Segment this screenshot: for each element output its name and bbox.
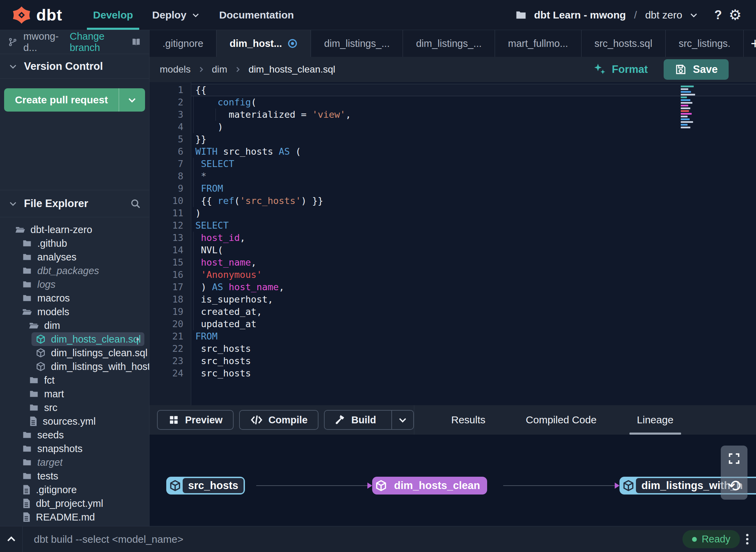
editor-tab[interactable]: dim_listings_...: [403, 30, 495, 57]
dbt-logo[interactable]: dbt: [12, 5, 62, 25]
tree-item[interactable]: dbt-learn-zero: [0, 223, 149, 236]
tree-item[interactable]: .github: [0, 236, 149, 250]
editor-tab[interactable]: src_listings.: [666, 30, 744, 57]
build-button[interactable]: Build: [324, 410, 414, 430]
tree-item-label: snapshots: [37, 443, 82, 454]
tree-item[interactable]: analyses: [0, 250, 149, 264]
code-line[interactable]: NVL(: [191, 244, 756, 256]
chevron-down-icon[interactable]: [689, 10, 699, 20]
tree-item[interactable]: mart: [0, 387, 149, 401]
code-line[interactable]: src_hosts: [191, 343, 756, 355]
editor-tab[interactable]: dim_host...: [217, 30, 311, 57]
code-area[interactable]: {{ config( materialized = 'view', )}}WIT…: [191, 82, 756, 405]
minimap[interactable]: [681, 86, 700, 129]
tree-item[interactable]: tests: [0, 469, 149, 483]
format-button[interactable]: Format: [593, 63, 648, 76]
breadcrumb-item[interactable]: models: [160, 64, 191, 75]
tree-item[interactable]: dbt_packages: [0, 264, 149, 278]
command-input[interactable]: dbt build --select <model_name>: [23, 534, 682, 545]
tree-item[interactable]: fct: [0, 373, 149, 387]
fullscreen-icon[interactable]: [727, 452, 741, 465]
nav-item-develop[interactable]: Develop: [83, 0, 143, 30]
change-branch-link[interactable]: Change branch: [70, 31, 125, 53]
settings-gear-icon[interactable]: ⚙: [729, 8, 742, 22]
tree-item[interactable]: README.md: [0, 510, 149, 524]
line-number: 21: [149, 330, 191, 343]
tree-item[interactable]: dim_hosts_clean.sql: [31, 332, 144, 346]
line-number: 18: [149, 293, 191, 306]
docs-book-icon[interactable]: [131, 36, 141, 48]
nav-item-deploy[interactable]: Deploy: [143, 0, 210, 30]
help-icon[interactable]: ?: [714, 8, 722, 22]
tree-item[interactable]: dim_listings_with_hosts...: [0, 360, 149, 373]
code-line[interactable]: host_name,: [191, 256, 756, 269]
code-line[interactable]: FROM: [191, 330, 756, 343]
model-icon: [36, 361, 46, 372]
code-line[interactable]: }}: [191, 133, 756, 145]
code-line[interactable]: FROM: [191, 182, 756, 195]
code-line[interactable]: {{: [191, 84, 756, 96]
tree-item[interactable]: .gitignore: [0, 483, 149, 497]
lineage-node-src-hosts[interactable]: src_hosts: [166, 477, 245, 495]
tree-item[interactable]: models: [0, 305, 149, 319]
code-line[interactable]: materialized = 'view',: [191, 108, 756, 121]
kebab-menu-icon[interactable]: [746, 534, 748, 544]
code-editor[interactable]: 123456789101112131415161718192021222324 …: [149, 82, 756, 405]
code-line[interactable]: {{ ref('src_hosts') }}: [191, 195, 756, 207]
version-control-header[interactable]: Version Control: [0, 54, 149, 79]
code-line[interactable]: config(: [191, 96, 756, 108]
new-tab-button[interactable]: +: [744, 30, 756, 57]
code-line[interactable]: is_superhost,: [191, 293, 756, 306]
code-line[interactable]: SELECT: [191, 219, 756, 232]
code-line[interactable]: ): [191, 207, 756, 219]
tree-item[interactable]: logs: [0, 278, 149, 291]
code-line[interactable]: host_id,: [191, 232, 756, 244]
search-icon[interactable]: [130, 198, 141, 209]
nav-item-documentation[interactable]: Documentation: [210, 0, 303, 30]
tree-item[interactable]: sources.yml: [0, 414, 149, 428]
environment-name[interactable]: dbt zero: [645, 9, 682, 21]
code-line[interactable]: updated_at: [191, 318, 756, 330]
compile-label: Compile: [269, 414, 308, 426]
panel-tab-compiled-code[interactable]: Compiled Code: [526, 405, 597, 435]
tree-item[interactable]: src: [0, 401, 149, 414]
tree-item[interactable]: seeds: [0, 428, 149, 442]
panel-tab-lineage[interactable]: Lineage: [637, 405, 674, 435]
pull-request-menu-button[interactable]: [119, 88, 145, 112]
project-name[interactable]: dbt Learn - mwong: [534, 9, 626, 21]
refresh-icon[interactable]: ⟲: [728, 478, 741, 493]
code-line[interactable]: WITH src_hosts AS (: [191, 145, 756, 158]
build-menu-button[interactable]: [391, 411, 413, 429]
code-line[interactable]: src_hosts: [191, 367, 756, 380]
breadcrumb-item[interactable]: dim: [212, 64, 227, 75]
code-line[interactable]: ): [191, 121, 756, 133]
create-pull-request-label[interactable]: Create pull request: [4, 88, 119, 112]
tree-item[interactable]: target: [0, 455, 149, 469]
tree-item[interactable]: dim_listings_clean.sql: [0, 346, 149, 360]
editor-tab[interactable]: dim_listings_...: [311, 30, 403, 57]
panel-tab-results[interactable]: Results: [451, 405, 485, 435]
file-explorer-header[interactable]: File Explorer: [0, 190, 149, 217]
save-button[interactable]: Save: [664, 59, 729, 80]
code-line[interactable]: *: [191, 170, 756, 182]
folder-icon: [29, 375, 39, 385]
preview-button[interactable]: Preview: [157, 410, 234, 430]
code-line[interactable]: SELECT: [191, 158, 756, 170]
tree-item[interactable]: macros: [0, 291, 149, 305]
lineage-node-dim-hosts-clean[interactable]: dim_hosts_clean: [372, 477, 487, 495]
tree-item[interactable]: dim: [0, 319, 149, 332]
create-pull-request-button[interactable]: Create pull request: [4, 88, 145, 112]
tree-item[interactable]: snapshots: [0, 442, 149, 455]
expand-command-bar-button[interactable]: [0, 526, 23, 552]
tree-item[interactable]: dbt_project.yml: [0, 497, 149, 510]
code-line[interactable]: 'Anonymous': [191, 269, 756, 281]
editor-tab[interactable]: .gitignore: [149, 30, 217, 57]
editor-tab[interactable]: mart_fullmo...: [495, 30, 582, 57]
code-line[interactable]: src_hosts: [191, 355, 756, 367]
lineage-controls: ⟲: [721, 446, 747, 500]
code-line[interactable]: created_at,: [191, 306, 756, 318]
code-line[interactable]: ) AS host_name,: [191, 281, 756, 293]
build-main[interactable]: Build: [325, 411, 386, 429]
compile-button[interactable]: Compile: [239, 410, 318, 430]
editor-tab[interactable]: src_hosts.sql: [582, 30, 666, 57]
